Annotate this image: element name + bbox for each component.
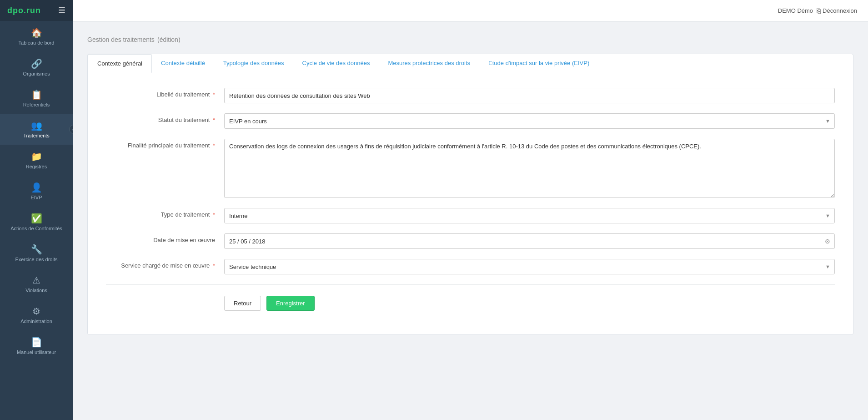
- sidebar-label: Actions de Conformités: [10, 226, 62, 231]
- type-select-wrapper: Interne Externe Mixte ▼: [224, 208, 835, 223]
- form-row-libelle: Libellé du traitement *: [106, 88, 835, 103]
- sidebar-label: Manuel utilisateur: [17, 349, 56, 355]
- form-row-date: Date de mise en œuvre ⊗: [106, 233, 835, 249]
- logout-button[interactable]: ⎗ Déconnexion: [817, 7, 857, 15]
- main-content: DEMO Démo ⎗ Déconnexion Gestion des trai…: [73, 0, 868, 420]
- logout-label: Déconnexion: [823, 7, 857, 14]
- exercice-icon: 🔧: [31, 244, 42, 255]
- sidebar-item-referentiels[interactable]: 📋 Référentiels: [0, 83, 73, 114]
- page-title: Gestion des traitements (édition): [87, 33, 853, 45]
- form-body: Libellé du traitement * Statut du traite…: [88, 73, 853, 334]
- statut-select[interactable]: EIVP en cours Actif Inactif En cours Arc…: [224, 113, 835, 129]
- tab-etude-impact[interactable]: Etude d'impact sur la vie privée (EIVP): [479, 54, 598, 73]
- sidebar-label: Tableau de bord: [19, 40, 55, 46]
- sidebar-label: Registres: [26, 164, 47, 169]
- actions-icon: ✅: [31, 213, 42, 224]
- required-star: *: [213, 116, 215, 123]
- form-row-type: Type de traitement * Interne Externe Mix…: [106, 208, 835, 223]
- registres-icon: 📁: [31, 151, 42, 162]
- sidebar-item-tableau-de-bord[interactable]: 🏠 Tableau de bord: [0, 21, 73, 52]
- date-input[interactable]: [224, 233, 835, 249]
- form-card: Contexte général Contexte détaillé Typol…: [87, 54, 853, 335]
- content-area: Gestion des traitements (édition) Contex…: [73, 22, 868, 420]
- date-clear-icon[interactable]: ⊗: [825, 238, 830, 245]
- required-star: *: [213, 91, 215, 98]
- tab-contexte-general[interactable]: Contexte général: [88, 54, 152, 73]
- type-select[interactable]: Interne Externe Mixte: [224, 208, 835, 223]
- sidebar-item-organismes[interactable]: 🔗 Organismes: [0, 52, 73, 83]
- dashboard-icon: 🏠: [31, 27, 42, 38]
- logout-icon: ⎗: [817, 7, 821, 15]
- form-divider: [106, 284, 835, 285]
- service-select-wrapper: Service technique Service juridique Dire…: [224, 259, 835, 274]
- collapse-button[interactable]: ◀: [69, 125, 73, 134]
- tabs: Contexte général Contexte détaillé Typol…: [88, 54, 853, 73]
- tab-contexte-detaille[interactable]: Contexte détaillé: [152, 54, 214, 73]
- organismes-icon: 🔗: [31, 58, 42, 69]
- sidebar-label: EIVP: [30, 195, 42, 200]
- sidebar-item-eivp[interactable]: 👤 EIVP: [0, 176, 73, 207]
- tab-mesures-protectrices[interactable]: Mesures protectrices des droits: [379, 54, 479, 73]
- sidebar-label: Organismes: [23, 71, 50, 76]
- service-select[interactable]: Service technique Service juridique Dire…: [224, 259, 835, 274]
- finalite-textarea[interactable]: Conservation des logs de connexion des u…: [224, 139, 835, 198]
- date-wrapper: ⊗: [224, 233, 835, 249]
- statut-label: Statut du traitement *: [106, 113, 224, 123]
- sidebar-item-administration[interactable]: ⚙ Administration: [0, 299, 73, 330]
- sidebar-logo: dpo.run ☰: [0, 0, 73, 21]
- referentiels-icon: 📋: [31, 89, 42, 100]
- hamburger-icon[interactable]: ☰: [58, 5, 65, 15]
- topbar: DEMO Démo ⎗ Déconnexion: [73, 0, 868, 22]
- sidebar-item-manuel-utilisateur[interactable]: 📄 Manuel utilisateur: [0, 330, 73, 361]
- form-row-service: Service chargé de mise en œuvre * Servic…: [106, 259, 835, 274]
- sidebar-label: Référentiels: [23, 102, 50, 107]
- traitements-icon: 👥: [31, 120, 42, 131]
- sidebar-item-registres[interactable]: 📁 Registres: [0, 145, 73, 176]
- administration-icon: ⚙: [32, 306, 40, 317]
- required-star: *: [213, 262, 215, 269]
- sidebar: dpo.run ☰ 🏠 Tableau de bord 🔗 Organismes…: [0, 0, 73, 420]
- libelle-label: Libellé du traitement *: [106, 88, 224, 98]
- form-row-finalite: Finalité principale du traitement * Cons…: [106, 139, 835, 198]
- tab-cycle-vie-donnees[interactable]: Cycle de vie des données: [293, 54, 379, 73]
- violations-icon: ⚠: [32, 275, 40, 286]
- sidebar-label: Administration: [20, 319, 52, 324]
- sidebar-item-exercice-droits[interactable]: 🔧 Exercice des droits: [0, 238, 73, 268]
- sidebar-label: Exercice des droits: [15, 257, 58, 262]
- eivp-icon: 👤: [31, 182, 42, 193]
- type-label: Type de traitement *: [106, 208, 224, 218]
- manuel-icon: 📄: [31, 337, 42, 348]
- form-actions: Retour Enregistrer: [224, 296, 835, 320]
- topbar-user: DEMO Démo: [778, 7, 813, 14]
- enregistrer-button[interactable]: Enregistrer: [266, 296, 315, 311]
- tab-typologie-donnees[interactable]: Typologie des données: [214, 54, 293, 73]
- date-label: Date de mise en œuvre: [106, 233, 224, 243]
- finalite-label: Finalité principale du traitement *: [106, 139, 224, 149]
- required-star: *: [213, 142, 215, 149]
- sidebar-label: Violations: [25, 288, 47, 293]
- service-label: Service chargé de mise en œuvre *: [106, 259, 224, 269]
- logo-text: dpo.run: [7, 6, 41, 15]
- sidebar-item-traitements[interactable]: 👥 Traitements ◀: [0, 114, 73, 145]
- form-row-statut: Statut du traitement * EIVP en cours Act…: [106, 113, 835, 129]
- required-star: *: [213, 211, 215, 218]
- retour-button[interactable]: Retour: [224, 296, 261, 311]
- sidebar-item-actions-conformites[interactable]: ✅ Actions de Conformités: [0, 207, 73, 238]
- sidebar-item-violations[interactable]: ⚠ Violations: [0, 268, 73, 299]
- libelle-input[interactable]: [224, 88, 835, 103]
- sidebar-label: Traitements: [23, 133, 50, 138]
- statut-select-wrapper: EIVP en cours Actif Inactif En cours Arc…: [224, 113, 835, 129]
